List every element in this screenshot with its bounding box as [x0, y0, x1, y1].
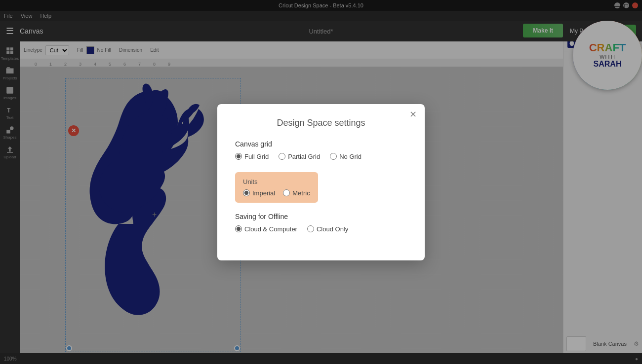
canvas-grid-radio-group: Full Grid Partial Grid No Grid: [235, 153, 407, 160]
imperial-radio[interactable]: [243, 189, 250, 196]
metric-radio[interactable]: [283, 189, 290, 196]
imperial-option[interactable]: Imperial: [243, 189, 275, 197]
modal-overlay[interactable]: ✕ Design Space settings Canvas grid Full…: [0, 0, 642, 364]
no-grid-radio[interactable]: [330, 153, 337, 160]
units-title: Units: [243, 178, 310, 185]
modal-close-button[interactable]: ✕: [409, 110, 417, 119]
modal-title: Design Space settings: [235, 118, 407, 128]
partial-grid-radio[interactable]: [279, 153, 285, 160]
metric-option[interactable]: Metric: [283, 189, 310, 197]
cloud-computer-option[interactable]: Cloud & Computer: [235, 225, 297, 233]
partial-grid-label[interactable]: Partial Grid: [288, 153, 320, 160]
units-section: Units Imperial Metric: [235, 170, 407, 203]
cloud-only-label[interactable]: Cloud Only: [317, 225, 348, 233]
settings-modal: ✕ Design Space settings Canvas grid Full…: [217, 104, 425, 260]
no-grid-label[interactable]: No Grid: [339, 153, 361, 160]
cloud-computer-radio[interactable]: [235, 225, 242, 232]
full-grid-label[interactable]: Full Grid: [244, 153, 269, 160]
units-radio-group: Imperial Metric: [243, 189, 310, 197]
canvas-grid-section: Canvas grid Full Grid Partial Grid No Gr…: [235, 140, 407, 160]
cloud-only-option[interactable]: Cloud Only: [307, 225, 348, 233]
saving-title: Saving for Offline: [235, 213, 407, 220]
cloud-only-radio[interactable]: [307, 225, 314, 232]
metric-label[interactable]: Metric: [292, 189, 310, 197]
units-box: Units Imperial Metric: [235, 172, 318, 203]
cloud-computer-label[interactable]: Cloud & Computer: [244, 225, 297, 233]
saving-section: Saving for Offline Cloud & Computer Clou…: [235, 213, 407, 233]
imperial-label[interactable]: Imperial: [252, 189, 275, 197]
full-grid-radio[interactable]: [235, 153, 242, 160]
canvas-grid-title: Canvas grid: [235, 140, 407, 148]
full-grid-option[interactable]: Full Grid: [235, 153, 269, 160]
no-grid-option[interactable]: No Grid: [330, 153, 361, 160]
partial-grid-option[interactable]: Partial Grid: [279, 153, 320, 160]
saving-radio-group: Cloud & Computer Cloud Only: [235, 225, 407, 233]
